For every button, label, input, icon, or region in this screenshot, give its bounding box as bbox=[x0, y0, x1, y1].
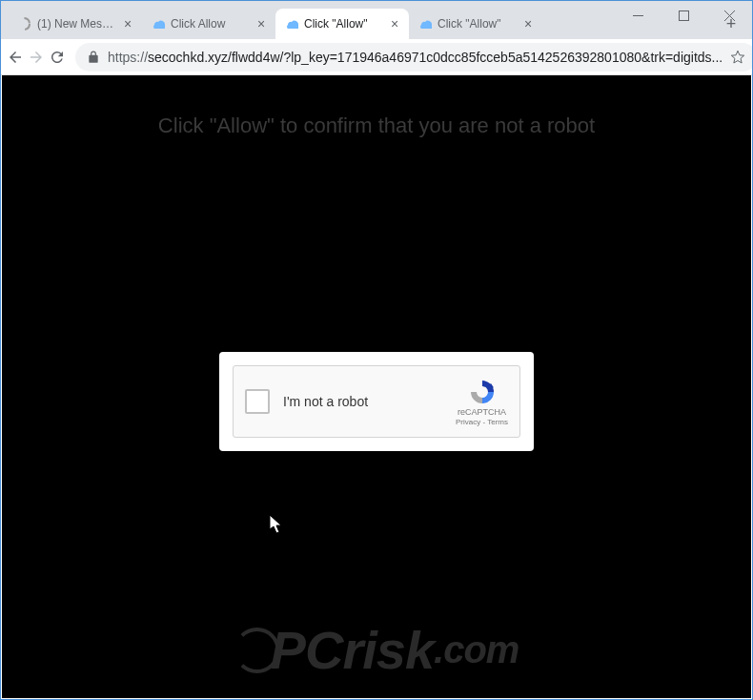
bookmark-star-icon[interactable] bbox=[730, 50, 745, 65]
captcha-widget: I'm not a robot reCAPTCHA Privacy - Term… bbox=[233, 365, 520, 438]
spinner-icon bbox=[16, 16, 31, 31]
tab-title: Click "Allow" bbox=[438, 17, 516, 31]
browser-tab[interactable]: Click "Allow"× bbox=[275, 9, 409, 39]
page-heading: Click "Allow" to confirm that you are no… bbox=[2, 113, 751, 138]
tab-strip: (1) New Message!×Click Allow×Click "Allo… bbox=[9, 1, 714, 39]
reload-button[interactable] bbox=[49, 43, 66, 72]
watermark-text: PCrisk bbox=[271, 619, 434, 681]
browser-tab[interactable]: (1) New Message!× bbox=[9, 9, 142, 39]
watermark-icon bbox=[234, 628, 280, 673]
browser-tab[interactable]: Click "Allow"× bbox=[409, 9, 542, 39]
url-text: https://secochkd.xyz/flwdd4w/?lp_key=171… bbox=[108, 50, 722, 65]
captcha-label: I'm not a robot bbox=[283, 394, 456, 409]
captcha-brand-text: reCAPTCHA bbox=[458, 407, 506, 417]
tab-title: Click "Allow" bbox=[304, 17, 382, 31]
toolbar: https://secochkd.xyz/flwdd4w/?lp_key=171… bbox=[1, 39, 752, 75]
tab-close-icon[interactable]: × bbox=[254, 17, 268, 31]
tab-title: (1) New Message! bbox=[37, 17, 115, 31]
tab-close-icon[interactable]: × bbox=[121, 17, 134, 31]
tab-title: Click Allow bbox=[171, 17, 249, 31]
address-bar[interactable]: https://secochkd.xyz/flwdd4w/?lp_key=171… bbox=[75, 43, 753, 72]
tab-close-icon[interactable]: × bbox=[388, 17, 401, 31]
captcha-brand: reCAPTCHA Privacy - Terms bbox=[456, 378, 508, 426]
svg-point-0 bbox=[18, 18, 30, 30]
minimize-button[interactable] bbox=[619, 2, 657, 29]
cloud-icon bbox=[150, 16, 165, 31]
captcha-links[interactable]: Privacy - Terms bbox=[456, 418, 508, 426]
page-content: Click "Allow" to confirm that you are no… bbox=[2, 75, 751, 698]
window-controls bbox=[619, 1, 748, 30]
back-button[interactable] bbox=[7, 43, 24, 72]
svg-rect-2 bbox=[679, 10, 688, 20]
captcha-checkbox[interactable] bbox=[245, 389, 270, 414]
lock-icon bbox=[87, 51, 100, 64]
titlebar: (1) New Message!×Click Allow×Click "Allo… bbox=[1, 1, 752, 39]
cursor-icon bbox=[269, 514, 284, 535]
cloud-icon bbox=[417, 16, 432, 31]
tab-close-icon[interactable]: × bbox=[521, 17, 535, 31]
browser-tab[interactable]: Click Allow× bbox=[142, 9, 275, 39]
forward-button[interactable] bbox=[28, 43, 45, 72]
captcha-card: I'm not a robot reCAPTCHA Privacy - Term… bbox=[219, 352, 534, 451]
watermark: PCrisk.com bbox=[234, 619, 519, 681]
cloud-icon bbox=[283, 16, 298, 31]
watermark-domain: .com bbox=[434, 628, 519, 671]
close-window-button[interactable] bbox=[710, 2, 748, 29]
recaptcha-icon bbox=[468, 378, 497, 406]
maximize-button[interactable] bbox=[664, 2, 702, 29]
